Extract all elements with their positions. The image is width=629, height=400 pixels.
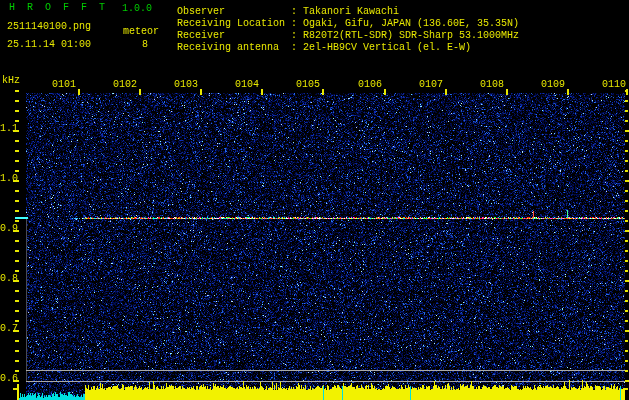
header-field-antenna: Receiving antenna:2el-HB9CV Vertical (el… <box>177 43 471 53</box>
time-tick-label: 0103 <box>174 80 198 90</box>
time-tick-label: 0105 <box>296 80 320 90</box>
field-value: Ogaki, Gifu, JAPAN (136.60E, 35.35N) <box>303 19 519 29</box>
time-tick-label: 0106 <box>358 80 382 90</box>
observation-datetime: 25.11.14 01:00 <box>7 40 91 50</box>
time-tick-label: 0109 <box>541 80 565 90</box>
freq-tick-label: 1.0 <box>0 174 12 184</box>
field-colon: : <box>291 19 303 29</box>
time-tick-label: 0101 <box>52 80 76 90</box>
freq-tick-label: 0.6 <box>0 374 12 384</box>
field-value: R820T2(RTL-SDR) SDR-Sharp 53.1000MHz <box>303 31 519 41</box>
time-tick-label: 0102 <box>113 80 137 90</box>
freq-tick-label: 0.7 <box>0 324 12 334</box>
header-field-receiver: Receiver:R820T2(RTL-SDR) SDR-Sharp 53.10… <box>177 31 519 41</box>
output-filename: 2511140100.png <box>7 22 91 32</box>
time-tick-label: 0107 <box>419 80 443 90</box>
freq-unit-label: kHz <box>2 76 20 86</box>
echo-count: 8 <box>142 40 148 50</box>
freq-tick-label: 0.9 <box>0 224 12 234</box>
field-value: 2el-HB9CV Vertical (el. E-W) <box>303 43 471 53</box>
field-label: Observer <box>177 7 291 17</box>
app-version: 1.0.0 <box>122 4 152 14</box>
time-tick-label: 0110 <box>602 80 626 90</box>
field-value: Takanori Kawachi <box>303 7 399 17</box>
field-colon: : <box>291 7 303 17</box>
header-field-location: Receiving Location:Ogaki, Gifu, JAPAN (1… <box>177 19 519 29</box>
field-label: Receiver <box>177 31 291 41</box>
app-title: H R O F F T <box>9 3 108 13</box>
field-label: Receiving antenna <box>177 43 291 53</box>
field-colon: : <box>291 43 303 53</box>
mode-label: meteor <box>123 27 159 37</box>
time-tick-label: 0108 <box>480 80 504 90</box>
field-label: Receiving Location <box>177 19 291 29</box>
header-field-observer: Observer:Takanori Kawachi <box>177 7 399 17</box>
freq-tick-label: 1.1 <box>0 124 12 134</box>
freq-tick-label: 0.8 <box>0 274 12 284</box>
field-colon: : <box>291 31 303 41</box>
spectrogram-canvas <box>0 0 629 400</box>
time-tick-label: 0104 <box>235 80 259 90</box>
hrofft-window: H R O F F T 1.0.0 2511140100.png meteor … <box>0 0 629 400</box>
